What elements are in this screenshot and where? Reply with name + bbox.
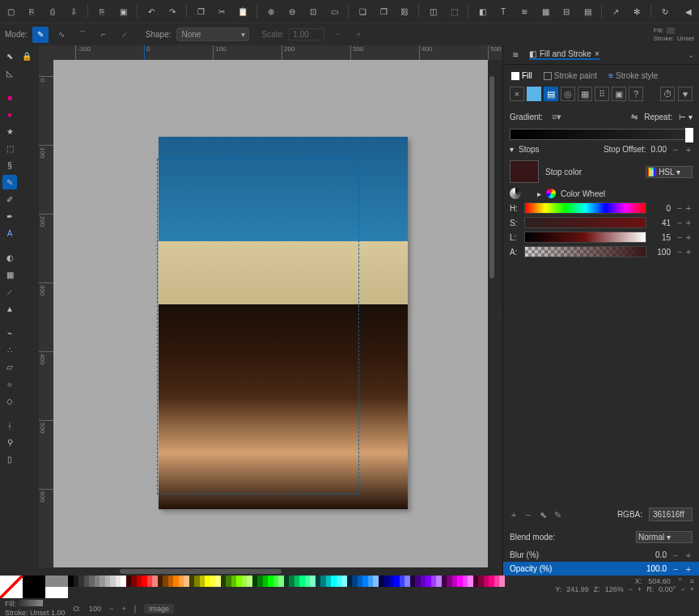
pages-tool-icon[interactable]: ▯: [2, 452, 17, 466]
eraser-tool-icon[interactable]: ▱: [2, 359, 17, 374]
shape-select[interactable]: None▾: [176, 28, 249, 41]
opacity-minus-icon[interactable]: −: [671, 565, 680, 573]
bucket-tool-icon[interactable]: ▲: [2, 301, 17, 316]
redo-icon[interactable]: ↷: [165, 4, 180, 19]
stop-offset-plus-icon[interactable]: +: [684, 146, 693, 154]
xml-icon[interactable]: ▦: [538, 4, 553, 19]
mode-paraxial-icon[interactable]: ⌐: [95, 27, 112, 43]
help-icon[interactable]: ↻: [658, 4, 672, 19]
eyedropper-icon[interactable]: ✎: [553, 511, 561, 519]
alpha-slider[interactable]: [524, 246, 646, 257]
tweak-tool-icon[interactable]: ⌁: [2, 325, 17, 340]
mesh-tool-icon[interactable]: ▦: [2, 267, 17, 282]
new-file-icon[interactable]: ▢: [3, 4, 18, 19]
stop-swatch[interactable]: [510, 160, 539, 183]
ellipse-tool-icon[interactable]: ●: [2, 107, 17, 121]
pencil-tool-icon[interactable]: ✎: [2, 175, 17, 189]
measure-tool-icon[interactable]: ⟊: [2, 418, 17, 432]
clone-icon[interactable]: ❐: [376, 4, 391, 19]
text-tool-icon[interactable]: A: [2, 226, 17, 240]
node-tool-icon[interactable]: ◺: [2, 66, 17, 80]
paste-icon[interactable]: ▣: [116, 4, 130, 19]
fill-stroke-tab[interactable]: ◧ Fill and Stroke ×: [529, 49, 599, 60]
layer-indicator[interactable]: Image: [144, 604, 174, 614]
paint-none-icon[interactable]: ×: [510, 87, 524, 101]
lpe-tool-icon[interactable]: ◇: [2, 393, 17, 408]
swatch-none[interactable]: [0, 576, 23, 598]
paint-flat-icon[interactable]: [527, 87, 541, 101]
save-icon[interactable]: ⎙: [45, 4, 60, 19]
stops-toggle-icon[interactable]: ▾: [510, 145, 514, 154]
lig-plus-icon[interactable]: +: [684, 233, 693, 241]
mode-straight-icon[interactable]: ⟋: [116, 27, 133, 43]
paint-swatch-icon[interactable]: ▣: [612, 87, 626, 101]
bw-wheel-icon[interactable]: [510, 188, 521, 199]
group-icon[interactable]: ◫: [426, 4, 440, 19]
blend-select[interactable]: Normal ▾: [636, 531, 693, 543]
paint-unknown-icon[interactable]: ?: [629, 87, 643, 101]
prefs-icon[interactable]: ✻: [629, 4, 644, 19]
hue-slider[interactable]: [524, 202, 646, 214]
copy-icon[interactable]: ⎘: [95, 4, 109, 19]
hue-plus-icon[interactable]: +: [684, 204, 693, 212]
scale-plus-icon[interactable]: +: [350, 27, 366, 43]
spray-tool-icon[interactable]: ∴: [2, 342, 17, 357]
rect-tool-icon[interactable]: ■: [2, 90, 17, 104]
zoom-minus-icon[interactable]: −: [629, 585, 633, 593]
duplicate-icon[interactable]: ❏: [355, 4, 370, 19]
palette-color[interactable]: [499, 576, 505, 587]
color-palette[interactable]: [68, 576, 505, 598]
selector-tool-icon[interactable]: ⬉: [2, 49, 17, 63]
lig-minus-icon[interactable]: −: [676, 233, 684, 241]
zoom-in-icon[interactable]: ⊕: [264, 4, 278, 19]
open-file-icon[interactable]: ⎘: [24, 4, 39, 19]
ungroup-icon[interactable]: ⬚: [447, 4, 461, 19]
swatch-black[interactable]: [23, 576, 45, 598]
alpha-minus-icon[interactable]: −: [676, 248, 684, 256]
add-stop-icon[interactable]: +: [510, 511, 518, 519]
spiral-tool-icon[interactable]: §: [2, 158, 17, 172]
picker-arrow-icon[interactable]: ⬉: [539, 511, 547, 519]
opacity-plus-icon[interactable]: +: [684, 565, 693, 573]
stop-offset-minus-icon[interactable]: −: [671, 146, 680, 154]
canvas[interactable]: [53, 60, 488, 567]
import-icon[interactable]: ⇩: [66, 4, 81, 19]
swatch-gray[interactable]: [45, 576, 68, 587]
zoom-drawing-icon[interactable]: ▭: [327, 4, 341, 19]
stroke-paint-subtab[interactable]: Stroke paint: [540, 70, 600, 82]
bezier-tool-icon[interactable]: ✐: [2, 192, 17, 206]
status-o-plus-icon[interactable]: +: [121, 605, 125, 613]
panel-expand-icon[interactable]: ⌄: [688, 50, 694, 59]
align-icon[interactable]: ⊟: [559, 4, 574, 19]
zoom-out-icon[interactable]: ⊖: [285, 4, 299, 19]
sat-plus-icon[interactable]: +: [684, 219, 693, 227]
blur-minus-icon[interactable]: −: [671, 551, 680, 559]
close-tab-icon[interactable]: ×: [595, 49, 599, 58]
copy2-icon[interactable]: ❐: [193, 4, 208, 19]
gradient-preview[interactable]: [510, 129, 693, 140]
color-mode-select[interactable]: ▮ HSL ▾: [646, 166, 693, 178]
color-wheel-toggle-icon[interactable]: ▸: [537, 189, 541, 198]
edit-gradient-icon[interactable]: ≡▾: [549, 109, 564, 124]
transform-icon[interactable]: ▤: [580, 4, 595, 19]
cut-icon[interactable]: ✂: [214, 4, 229, 19]
zoom-plus-icon[interactable]: +: [638, 585, 642, 593]
blur-plus-icon[interactable]: +: [684, 551, 693, 559]
layers-tab-icon[interactable]: ≋: [508, 48, 523, 62]
3dbox-tool-icon[interactable]: ⬚: [2, 141, 17, 155]
hue-minus-icon[interactable]: −: [676, 204, 684, 212]
layers-icon[interactable]: ≋: [517, 4, 532, 19]
status-fill-swatch[interactable]: [19, 600, 43, 606]
panel-grip[interactable]: ⋮: [496, 60, 502, 567]
sat-slider[interactable]: [524, 217, 646, 228]
palette-up-icon[interactable]: ⌃: [677, 577, 684, 585]
fill-dialog-icon[interactable]: ◧: [475, 4, 489, 19]
collapse-icon[interactable]: ◀: [681, 4, 696, 19]
reverse-icon[interactable]: ⇋: [631, 113, 638, 121]
paint-radial-icon[interactable]: ◎: [561, 87, 575, 101]
repeat-select-icon[interactable]: ⊢ ▾: [679, 113, 693, 121]
text-dialog-icon[interactable]: T: [496, 4, 510, 19]
undo-icon[interactable]: ↶: [144, 4, 159, 19]
scrollbar-horizontal[interactable]: [39, 567, 502, 576]
alpha-plus-icon[interactable]: +: [684, 248, 693, 256]
